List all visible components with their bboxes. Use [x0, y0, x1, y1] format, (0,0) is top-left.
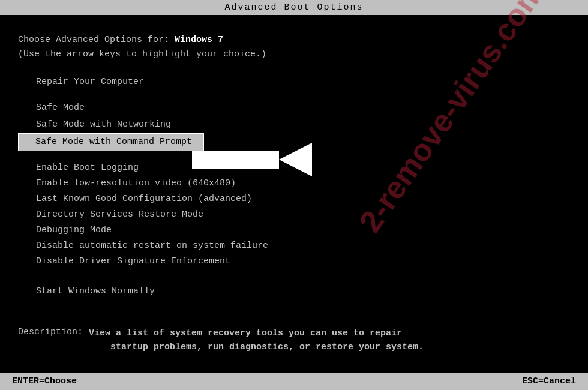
menu-item-safe-mode-networking[interactable]: Safe Mode with Networking: [18, 116, 570, 133]
menu-section: Repair Your Computer Safe Mode Safe Mode…: [18, 74, 570, 299]
intro-line1: Choose Advanced Options for: Windows 7: [18, 33, 570, 47]
description-text: View a list of system recovery tools you…: [89, 327, 424, 354]
title-bar: Advanced Boot Options: [0, 0, 588, 15]
description-row: Description: View a list of system recov…: [18, 327, 570, 354]
menu-item-debugging[interactable]: Debugging Mode: [18, 223, 570, 238]
intro-os: Windows 7: [175, 35, 223, 45]
menu-item-last-known[interactable]: Last Known Good Configuration (advanced): [18, 191, 570, 207]
menu-item-disable-driver[interactable]: Disable Driver Signature Enforcement: [18, 254, 570, 269]
menu-item-low-res[interactable]: Enable low-resolution video (640x480): [18, 176, 570, 191]
enter-label: ENTER=Choose: [12, 376, 77, 386]
intro-prefix: Choose Advanced Options for:: [18, 35, 175, 45]
esc-label: ESC=Cancel: [522, 376, 576, 386]
menu-item-repair[interactable]: Repair Your Computer: [18, 74, 570, 91]
menu-item-safe-mode[interactable]: Safe Mode: [18, 100, 570, 116]
description-area: Description: View a list of system recov…: [0, 321, 588, 360]
bottom-bar: ENTER=Choose ESC=Cancel: [0, 373, 588, 390]
sub-menu: Enable Boot Logging Enable low-resolutio…: [18, 160, 570, 269]
menu-item-boot-logging[interactable]: Enable Boot Logging: [18, 160, 570, 176]
menu-item-disable-restart[interactable]: Disable automatic restart on system fail…: [18, 238, 570, 254]
menu-item-safe-mode-command[interactable]: Safe Mode with Command Prompt: [18, 133, 204, 151]
main-content: Choose Advanced Options for: Windows 7 (…: [0, 15, 588, 311]
menu-item-start-normally[interactable]: Start Windows Normally: [18, 284, 570, 299]
menu-item-directory[interactable]: Directory Services Restore Mode: [18, 207, 570, 223]
description-label: Description:: [18, 327, 83, 354]
intro-line2: (Use the arrow keys to highlight your ch…: [18, 47, 570, 62]
